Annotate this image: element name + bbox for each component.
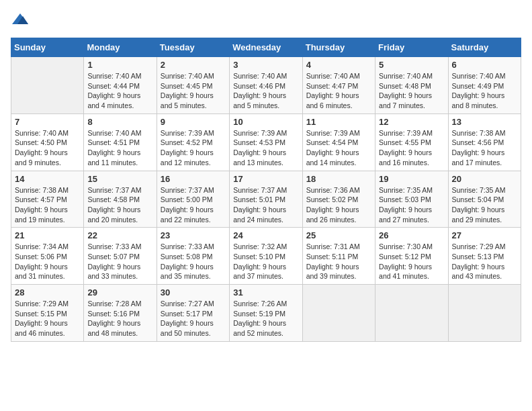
header-saturday: Saturday [448,38,521,57]
day-info: Sunrise: 7:37 AMSunset: 5:00 PMDaylight:… [161,185,226,225]
day-number: 5 [379,60,444,70]
day-info: Sunrise: 7:35 AMSunset: 5:04 PMDaylight:… [452,185,517,225]
day-info: Sunrise: 7:40 AMSunset: 4:47 PMDaylight:… [306,71,371,111]
day-info: Sunrise: 7:36 AMSunset: 5:02 PMDaylight:… [306,185,371,225]
day-info: Sunrise: 7:33 AMSunset: 5:08 PMDaylight:… [161,242,226,281]
logo [11,11,32,30]
calendar-week-row: 21Sunrise: 7:34 AMSunset: 5:06 PMDayligh… [11,228,521,285]
day-number: 26 [379,230,444,240]
calendar-week-row: 1Sunrise: 7:40 AMSunset: 4:44 PMDaylight… [11,57,521,114]
calendar-cell [375,285,448,342]
calendar-cell [448,285,521,342]
day-info: Sunrise: 7:35 AMSunset: 5:03 PMDaylight:… [379,185,444,225]
calendar-cell [11,57,84,114]
day-number: 6 [452,60,517,70]
calendar-cell: 10Sunrise: 7:39 AMSunset: 4:53 PMDayligh… [230,113,302,171]
day-info: Sunrise: 7:37 AMSunset: 4:58 PMDaylight:… [87,185,152,225]
day-number: 14 [15,174,80,184]
day-info: Sunrise: 7:39 AMSunset: 4:54 PMDaylight:… [306,128,371,168]
calendar-cell: 5Sunrise: 7:40 AMSunset: 4:48 PMDaylight… [375,57,448,114]
calendar-cell: 14Sunrise: 7:38 AMSunset: 4:57 PMDayligh… [11,171,84,228]
day-info: Sunrise: 7:30 AMSunset: 5:12 PMDaylight:… [379,242,444,281]
day-info: Sunrise: 7:29 AMSunset: 5:15 PMDaylight:… [15,299,80,338]
day-info: Sunrise: 7:29 AMSunset: 5:13 PMDaylight:… [452,242,517,281]
header-monday: Monday [84,38,157,57]
calendar-cell: 20Sunrise: 7:35 AMSunset: 5:04 PMDayligh… [448,171,521,228]
day-number: 4 [306,60,371,70]
calendar-week-row: 7Sunrise: 7:40 AMSunset: 4:50 PMDaylight… [11,113,521,171]
calendar-cell: 15Sunrise: 7:37 AMSunset: 4:58 PMDayligh… [84,171,157,228]
calendar-cell: 31Sunrise: 7:26 AMSunset: 5:19 PMDayligh… [230,285,302,342]
day-info: Sunrise: 7:37 AMSunset: 5:01 PMDaylight:… [233,185,298,225]
calendar-table: SundayMondayTuesdayWednesdayThursdayFrid… [11,38,521,342]
day-info: Sunrise: 7:26 AMSunset: 5:19 PMDaylight:… [233,299,298,338]
calendar-cell: 13Sunrise: 7:38 AMSunset: 4:56 PMDayligh… [448,113,521,171]
calendar-cell: 29Sunrise: 7:28 AMSunset: 5:16 PMDayligh… [84,285,157,342]
calendar-cell [302,285,375,342]
day-info: Sunrise: 7:40 AMSunset: 4:49 PMDaylight:… [452,71,517,111]
day-info: Sunrise: 7:39 AMSunset: 4:52 PMDaylight:… [161,128,226,168]
calendar-cell: 4Sunrise: 7:40 AMSunset: 4:47 PMDaylight… [302,57,375,114]
day-number: 23 [161,230,226,240]
day-number: 20 [452,174,517,184]
header-friday: Friday [375,38,448,57]
header-thursday: Thursday [302,38,375,57]
day-number: 3 [233,60,298,70]
calendar-cell: 30Sunrise: 7:27 AMSunset: 5:17 PMDayligh… [157,285,229,342]
calendar-cell: 28Sunrise: 7:29 AMSunset: 5:15 PMDayligh… [11,285,84,342]
calendar-cell: 9Sunrise: 7:39 AMSunset: 4:52 PMDaylight… [157,113,229,171]
calendar-header-row: SundayMondayTuesdayWednesdayThursdayFrid… [11,38,521,57]
day-number: 17 [233,174,298,184]
calendar-cell: 26Sunrise: 7:30 AMSunset: 5:12 PMDayligh… [375,228,448,285]
day-info: Sunrise: 7:34 AMSunset: 5:06 PMDaylight:… [15,242,80,281]
day-number: 22 [87,230,152,240]
day-info: Sunrise: 7:40 AMSunset: 4:48 PMDaylight:… [379,71,444,111]
day-number: 11 [306,117,371,127]
day-info: Sunrise: 7:39 AMSunset: 4:53 PMDaylight:… [233,128,298,168]
day-info: Sunrise: 7:28 AMSunset: 5:16 PMDaylight:… [87,299,152,338]
page-header [11,11,521,30]
day-number: 19 [379,174,444,184]
calendar-cell: 19Sunrise: 7:35 AMSunset: 5:03 PMDayligh… [375,171,448,228]
day-info: Sunrise: 7:40 AMSunset: 4:51 PMDaylight:… [87,128,152,168]
day-info: Sunrise: 7:31 AMSunset: 5:11 PMDaylight:… [306,242,371,281]
day-number: 10 [233,117,298,127]
header-tuesday: Tuesday [157,38,229,57]
calendar-cell: 12Sunrise: 7:39 AMSunset: 4:55 PMDayligh… [375,113,448,171]
day-number: 8 [87,117,152,127]
calendar-cell: 11Sunrise: 7:39 AMSunset: 4:54 PMDayligh… [302,113,375,171]
day-info: Sunrise: 7:38 AMSunset: 4:57 PMDaylight:… [15,185,80,225]
day-number: 9 [161,117,226,127]
calendar-cell: 7Sunrise: 7:40 AMSunset: 4:50 PMDaylight… [11,113,84,171]
calendar-cell: 23Sunrise: 7:33 AMSunset: 5:08 PMDayligh… [157,228,229,285]
day-number: 27 [452,230,517,240]
calendar-week-row: 14Sunrise: 7:38 AMSunset: 4:57 PMDayligh… [11,171,521,228]
day-number: 21 [15,230,80,240]
calendar-cell: 21Sunrise: 7:34 AMSunset: 5:06 PMDayligh… [11,228,84,285]
day-info: Sunrise: 7:33 AMSunset: 5:07 PMDaylight:… [87,242,152,281]
calendar-cell: 16Sunrise: 7:37 AMSunset: 5:00 PMDayligh… [157,171,229,228]
day-info: Sunrise: 7:40 AMSunset: 4:46 PMDaylight:… [233,71,298,111]
day-info: Sunrise: 7:40 AMSunset: 4:44 PMDaylight:… [87,71,152,111]
day-info: Sunrise: 7:32 AMSunset: 5:10 PMDaylight:… [233,242,298,281]
calendar-cell: 6Sunrise: 7:40 AMSunset: 4:49 PMDaylight… [448,57,521,114]
day-info: Sunrise: 7:40 AMSunset: 4:50 PMDaylight:… [15,128,80,168]
calendar-cell: 22Sunrise: 7:33 AMSunset: 5:07 PMDayligh… [84,228,157,285]
day-number: 1 [87,60,152,70]
day-info: Sunrise: 7:40 AMSunset: 4:45 PMDaylight:… [161,71,226,111]
calendar-cell: 25Sunrise: 7:31 AMSunset: 5:11 PMDayligh… [302,228,375,285]
day-number: 12 [379,117,444,127]
logo-icon [11,11,30,30]
day-number: 13 [452,117,517,127]
calendar-cell: 24Sunrise: 7:32 AMSunset: 5:10 PMDayligh… [230,228,302,285]
day-info: Sunrise: 7:27 AMSunset: 5:17 PMDaylight:… [161,299,226,338]
calendar-cell: 17Sunrise: 7:37 AMSunset: 5:01 PMDayligh… [230,171,302,228]
day-number: 25 [306,230,371,240]
day-number: 16 [161,174,226,184]
day-number: 30 [161,287,226,298]
day-number: 28 [15,287,80,298]
day-number: 2 [161,60,226,70]
header-wednesday: Wednesday [230,38,302,57]
calendar-cell: 18Sunrise: 7:36 AMSunset: 5:02 PMDayligh… [302,171,375,228]
day-number: 18 [306,174,371,184]
